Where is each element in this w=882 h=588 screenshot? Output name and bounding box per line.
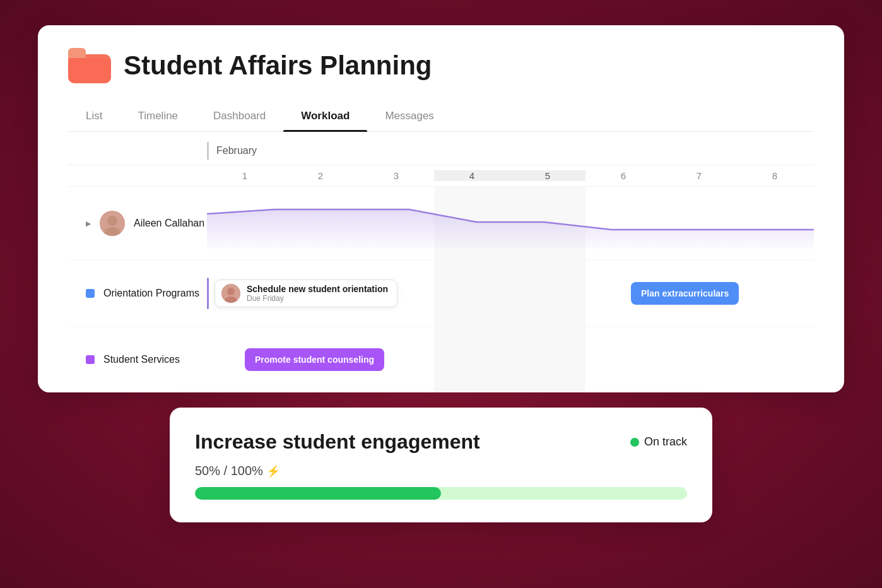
task-label-purple: Promote student counseling bbox=[245, 348, 384, 371]
folder-icon bbox=[68, 48, 111, 83]
avatar-aileen bbox=[100, 211, 125, 236]
date-2: 2 bbox=[283, 170, 358, 181]
services-tasks: Promote student counseling bbox=[207, 338, 814, 381]
task-due: Due Friday bbox=[247, 294, 388, 303]
svg-point-4 bbox=[227, 288, 235, 295]
svg-point-1 bbox=[107, 216, 117, 226]
goal-title: Increase student engagement bbox=[195, 430, 480, 454]
task-title: Schedule new student orientation bbox=[247, 284, 388, 294]
progress-separator: / bbox=[224, 464, 231, 478]
header-row: Student Affairs Planning bbox=[68, 48, 814, 83]
date-6: 6 bbox=[585, 170, 661, 181]
date-1: 1 bbox=[207, 170, 283, 181]
progress-text: 50% / 100% ⚡ bbox=[195, 464, 687, 478]
task-divider bbox=[207, 278, 209, 309]
progress-current: 50% bbox=[195, 464, 220, 478]
progress-target: 100% bbox=[231, 464, 263, 478]
tab-timeline[interactable]: Timeline bbox=[120, 101, 196, 131]
date-8: 8 bbox=[737, 170, 813, 181]
grid-area: ▶ Aileen Callahan bbox=[68, 187, 814, 392]
goal-header: Increase student engagement On track bbox=[195, 430, 687, 454]
tab-messages[interactable]: Messages bbox=[367, 101, 451, 131]
date-4: 4 bbox=[434, 170, 510, 181]
color-dot-orientation bbox=[86, 289, 95, 298]
row-label-aileen: ▶ Aileen Callahan bbox=[68, 211, 207, 236]
orientation-name: Orientation Programs bbox=[103, 288, 199, 299]
month-header: February bbox=[68, 132, 814, 165]
on-track-badge: On track bbox=[630, 435, 687, 449]
task-label-blue: Plan extracurriculars bbox=[631, 282, 739, 305]
table-row: ▶ Aileen Callahan bbox=[68, 187, 814, 261]
task-pill-blue[interactable]: Plan extracurriculars bbox=[631, 282, 739, 305]
task-bar[interactable]: Schedule new student orientation Due Fri… bbox=[215, 279, 397, 307]
date-5: 5 bbox=[510, 170, 585, 181]
task-info: Schedule new student orientation Due Fri… bbox=[247, 284, 388, 303]
orientation-tasks: Schedule new student orientation Due Fri… bbox=[207, 272, 814, 315]
on-track-label: On track bbox=[644, 435, 687, 449]
date-9: 9 bbox=[813, 170, 844, 181]
services-name: Student Services bbox=[103, 354, 180, 365]
expand-arrow-icon[interactable]: ▶ bbox=[86, 220, 91, 228]
progress-bar-bg bbox=[195, 487, 687, 500]
page-title: Student Affairs Planning bbox=[124, 50, 432, 81]
task-avatar bbox=[221, 284, 240, 303]
aileen-name: Aileen Callahan bbox=[134, 218, 204, 229]
date-7: 7 bbox=[661, 170, 737, 181]
table-row: Orientation Programs bbox=[68, 261, 814, 327]
tabs-bar: List Timeline Dashboard Workload Message… bbox=[68, 101, 814, 132]
task-pill-purple[interactable]: Promote student counseling bbox=[245, 348, 384, 371]
row-label-orientation: Orientation Programs bbox=[68, 288, 207, 299]
tab-dashboard[interactable]: Dashboard bbox=[196, 101, 283, 131]
main-card: Student Affairs Planning List Timeline D… bbox=[38, 25, 844, 392]
lightning-icon: ⚡ bbox=[266, 465, 280, 478]
row-label-services: Student Services bbox=[68, 354, 207, 365]
progress-bar-fill bbox=[195, 487, 441, 500]
tab-list[interactable]: List bbox=[68, 101, 120, 131]
tab-workload[interactable]: Workload bbox=[283, 101, 367, 131]
date-3: 3 bbox=[358, 170, 434, 181]
goal-card: Increase student engagement On track 50%… bbox=[170, 408, 712, 522]
workload-chart-aileen bbox=[207, 198, 814, 249]
workload-section: February 1 2 3 4 5 6 7 8 9 ▶ bbox=[68, 132, 814, 392]
month-divider bbox=[207, 142, 209, 160]
color-dot-services bbox=[86, 355, 95, 364]
dates-row: 1 2 3 4 5 6 7 8 9 bbox=[68, 165, 814, 187]
table-row: Student Services Promote student counsel… bbox=[68, 327, 814, 392]
on-track-dot-icon bbox=[630, 438, 639, 447]
month-label: February bbox=[216, 145, 257, 156]
